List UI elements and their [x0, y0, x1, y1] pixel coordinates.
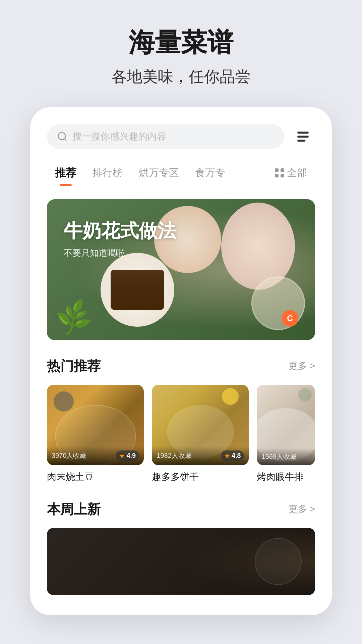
- star-icon-2: ★: [224, 452, 230, 460]
- recipe-saves-3: 1569人收藏: [261, 452, 297, 461]
- svg-line-1: [64, 139, 66, 141]
- banner-cup-decoration: [221, 203, 295, 290]
- recipe-saves-2: 1982人收藏: [157, 451, 192, 460]
- tab-ranking[interactable]: 排行榜: [84, 163, 131, 186]
- hot-section-title: 热门推荐: [47, 357, 101, 375]
- hot-section-header: 热门推荐 更多 >: [47, 357, 315, 375]
- recipe-badge-1: 3970人收藏 ★ 4.9: [47, 446, 144, 465]
- banner-c-badge: C: [282, 310, 298, 327]
- recipe-card-1[interactable]: 3970人收藏 ★ 4.9 肉末烧土豆: [47, 385, 144, 483]
- star-icon-1: ★: [119, 452, 125, 460]
- recipe-rating-2: ★ 4.8: [221, 450, 244, 461]
- menu-icon-button[interactable]: [291, 124, 315, 149]
- banner-plate: [101, 253, 174, 327]
- plate-decoration: [255, 538, 302, 585]
- search-icon: [57, 131, 68, 142]
- rating-num-1: 4.9: [126, 452, 136, 460]
- lemon-decoration: [222, 388, 239, 405]
- banner-title: 牛奶花式做法: [64, 219, 176, 242]
- menu-icon: [295, 128, 311, 145]
- search-bar: 搜一搜你感兴趣的内容: [47, 124, 315, 149]
- search-input-wrap[interactable]: 搜一搜你感兴趣的内容: [47, 124, 284, 149]
- svg-point-0: [58, 132, 65, 140]
- recipe-image-2: 1982人收藏 ★ 4.8: [152, 385, 249, 465]
- phone-card: 搜一搜你感兴趣的内容 推荐 排行榜 烘万专区 食万专: [30, 107, 332, 615]
- recipe-name-2: 趣多多饼干: [152, 471, 249, 483]
- new-section-header: 本周上新 更多 >: [47, 500, 315, 519]
- banner-text: 牛奶花式做法 不要只知道喝啦: [64, 219, 176, 259]
- tab-bake[interactable]: 烘万专区: [131, 163, 187, 186]
- herb-decoration: [298, 388, 312, 401]
- page-wrapper: 海量菜谱 各地美味，任你品尝 搜一搜你感兴趣的内容: [0, 0, 362, 644]
- recipe-card-3[interactable]: 1569人收藏 烤肉眼牛排: [257, 385, 315, 483]
- banner[interactable]: 🌿 牛奶花式做法 不要只知道喝啦 C: [47, 199, 315, 340]
- new-section: 本周上新 更多 > 🔥 烘万烹饪: [47, 500, 315, 595]
- svg-rect-3: [297, 136, 309, 138]
- grid-icon: [275, 168, 284, 178]
- banner-subtitle: 不要只知道喝啦: [64, 247, 176, 259]
- nav-tabs: 推荐 排行榜 烘万专区 食万专 全部: [47, 162, 315, 187]
- tab-food[interactable]: 食万专: [187, 163, 233, 186]
- tab-all[interactable]: 全部: [267, 163, 315, 186]
- recipe-image-3: 1569人收藏: [257, 385, 315, 465]
- tab-recommend[interactable]: 推荐: [47, 162, 84, 187]
- svg-rect-4: [297, 140, 305, 142]
- new-section-title: 本周上新: [47, 500, 101, 519]
- hero-subtitle: 各地美味，任你品尝: [112, 66, 250, 87]
- banner-cake: [111, 270, 164, 310]
- recipe-badge-3: 1569人收藏: [257, 448, 315, 465]
- search-placeholder: 搜一搜你感兴趣的内容: [72, 130, 166, 143]
- svg-rect-2: [297, 131, 309, 133]
- recipe-name-3: 烤肉眼牛排: [257, 471, 315, 483]
- bowl-top: [54, 391, 74, 412]
- recipe-rating-1: ★ 4.9: [116, 450, 139, 461]
- new-section-more[interactable]: 更多 >: [288, 503, 315, 516]
- hot-section-more[interactable]: 更多 >: [288, 360, 315, 372]
- hero-title: 海量菜谱: [129, 27, 233, 58]
- rating-num-2: 4.8: [232, 452, 241, 460]
- new-banner[interactable]: 🔥 烘万烹饪: [47, 528, 315, 595]
- recipe-row: 3970人收藏 ★ 4.9 肉末烧土豆: [47, 385, 315, 483]
- recipe-saves-1: 3970人收藏: [52, 451, 87, 460]
- recipe-card-2[interactable]: 1982人收藏 ★ 4.8 趣多多饼干: [152, 385, 249, 483]
- recipe-badge-2: 1982人收藏 ★ 4.8: [152, 446, 249, 465]
- recipe-image-1: 3970人收藏 ★ 4.9: [47, 385, 144, 465]
- recipe-name-1: 肉末烧土豆: [47, 471, 144, 483]
